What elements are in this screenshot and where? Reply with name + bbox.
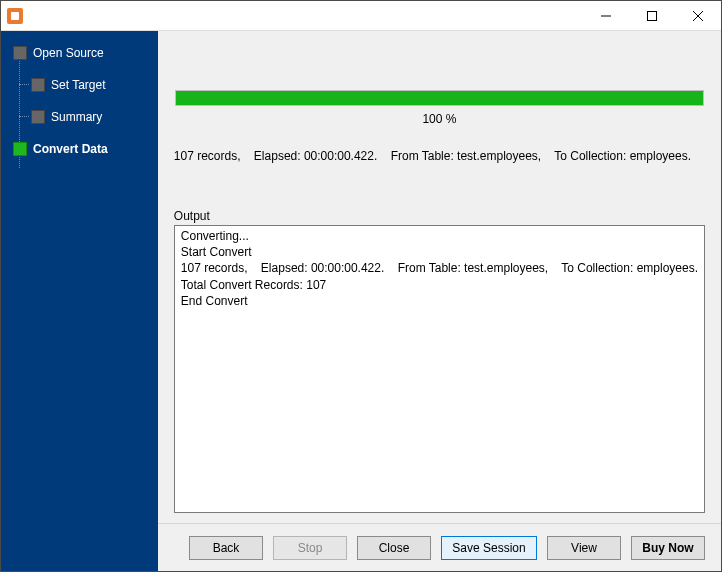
sidebar-item-label: Convert Data [33,142,108,156]
buy-now-button[interactable]: Buy Now [631,536,705,560]
back-button[interactable]: Back [189,536,263,560]
progress-bar [175,90,704,106]
output-label: Output [174,209,705,223]
sidebar-item-convert-data[interactable]: Convert Data [1,137,158,161]
svg-rect-1 [648,11,657,20]
sidebar-item-set-target[interactable]: Set Target [1,73,158,97]
stop-button: Stop [273,536,347,560]
sidebar-item-label: Set Target [51,78,105,92]
progress-area: 100 % [174,43,705,127]
main-panel: 100 % 107 records, Elapsed: 00:00:00.422… [158,31,721,571]
progress-percent: 100 % [175,112,704,126]
close-button[interactable]: Close [357,536,431,560]
step-icon [13,46,27,60]
button-bar: Back Stop Close Save Session View Buy No… [158,523,721,571]
status-line: 107 records, Elapsed: 00:00:00.422. From… [174,149,705,163]
window-controls [583,1,721,31]
titlebar [1,1,721,31]
sidebar-item-label: Open Source [33,46,104,60]
close-window-button[interactable] [675,1,721,31]
output-textarea[interactable]: Converting... Start Convert 107 records,… [174,225,705,513]
minimize-button[interactable] [583,1,629,31]
view-button[interactable]: View [547,536,621,560]
sidebar-item-label: Summary [51,110,102,124]
step-icon [31,110,45,124]
step-icon [31,78,45,92]
app-icon [7,8,23,24]
save-session-button[interactable]: Save Session [441,536,537,560]
sidebar: Open Source Set Target Summary Convert D… [1,31,158,571]
progress-fill [176,91,703,105]
sidebar-item-summary[interactable]: Summary [1,105,158,129]
sidebar-item-open-source[interactable]: Open Source [1,41,158,65]
step-icon [13,142,27,156]
maximize-button[interactable] [629,1,675,31]
